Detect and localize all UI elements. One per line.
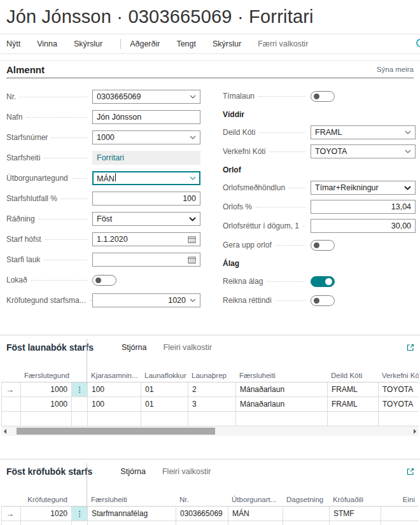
launabok-menu-stjorna[interactable]: Stjórna [122, 343, 147, 352]
launabok-title[interactable]: Föst launabók starfs [6, 342, 94, 353]
page-context-icon[interactable] [416, 39, 420, 47]
radning-select[interactable]: Föst [92, 212, 200, 226]
cell-faersluheiti[interactable]: Starfmannafélag [88, 507, 176, 521]
menu-more-options[interactable]: Færri valkostir [258, 39, 308, 48]
cell-verkefni-koti[interactable]: TOYOTA [379, 382, 419, 396]
starfshlutfall-input[interactable]: 100 [92, 192, 200, 206]
krofubok-expand-icon[interactable] [406, 467, 415, 476]
show-more-link[interactable]: Sýna meira [377, 66, 414, 73]
calendar-icon[interactable] [188, 235, 196, 244]
table-row-empty[interactable] [1, 521, 419, 525]
col-faersluheiti[interactable]: Færsluheiti [87, 496, 176, 503]
cell-dagsetning[interactable] [283, 507, 330, 521]
table-row[interactable]: 1000 100 01 3 Mánaðarlaun FRAML TOYOTA [1, 397, 419, 412]
chevron-down-icon[interactable] [404, 186, 411, 190]
col-krofuadili[interactable]: Kröfuaðili [329, 496, 381, 503]
chevron-down-icon[interactable] [405, 130, 411, 134]
col-faersluheiti[interactable]: Færsluheiti [235, 372, 327, 379]
deild-koti-input[interactable]: FRAML [311, 125, 416, 139]
fasttab-almennt-header[interactable]: Almennt Sýna meira [6, 61, 414, 78]
cell-deild-koti[interactable]: FRAML [328, 397, 379, 411]
launabok-menu-more[interactable]: Fleiri valkostir [164, 343, 212, 352]
krofubok-menu-stjorna[interactable]: Stjórna [120, 467, 146, 476]
table-row-empty[interactable] [1, 412, 419, 426]
cell-faerslutegund[interactable]: 1000 [21, 397, 72, 411]
cell-verkefni-koti[interactable]: TOYOTA [379, 397, 419, 411]
reikna-alag-toggle[interactable] [311, 276, 335, 287]
col-utborgunart[interactable]: Útborgunart... [228, 496, 283, 503]
scroll-left-arrow-icon[interactable] [4, 429, 6, 434]
launabok-expand-icon[interactable] [406, 343, 415, 352]
cell-kjarasamnin[interactable]: 100 [88, 382, 141, 396]
menu-vinna[interactable]: Vinna [37, 39, 57, 48]
krofubok-menu-more[interactable]: Fleiri valkostir [162, 467, 211, 476]
menu-nytt[interactable]: Nýtt [6, 39, 20, 48]
cell-nr[interactable]: 0303665069 [176, 507, 228, 521]
col-dagsetning[interactable]: Dagsetning [283, 496, 329, 503]
col-kjarasamnin[interactable]: Kjarasamnin... [87, 372, 141, 379]
chevron-down-icon[interactable] [189, 217, 196, 221]
orlofsrettur-input[interactable]: 30,00 [311, 219, 416, 233]
cell-krofuadili[interactable]: STMF [330, 507, 381, 521]
col-verkefni-koti[interactable]: Verkefni Kót [378, 372, 419, 379]
cell-launathrep[interactable]: 2 [188, 382, 236, 396]
cell-krofutegund[interactable]: 1020 [21, 507, 72, 521]
starfsnumer-input[interactable]: 1000 [92, 130, 200, 144]
cell-utborgunart[interactable]: MÁN [228, 507, 283, 521]
cell-launaflokkur[interactable]: 01 [141, 397, 188, 411]
krofutegund-starfsm-input[interactable]: 1020 [92, 293, 200, 307]
table-row[interactable]: → 1020 ⋮ Starfmannafélag 0303665069 MÁN … [1, 507, 419, 521]
nr-input[interactable]: 0303665069 [92, 90, 200, 104]
orlofs-pct-input[interactable]: 13,04 [311, 200, 416, 214]
col-launaflokkur[interactable]: Launaflokkur [141, 372, 188, 379]
reikna-rettindi-toggle[interactable] [311, 295, 335, 306]
chevron-down-icon[interactable] [405, 150, 411, 153]
orlofsmedhondlun-select[interactable]: Tímar+Reikningur [311, 181, 416, 195]
utborgunartegund-input[interactable]: MÁN [92, 171, 200, 185]
cell-deild-koti[interactable]: FRAML [328, 382, 379, 396]
col-launathrep[interactable]: Launaþrep [188, 372, 235, 379]
table-row[interactable]: → 1000 ⋮ 100 01 2 Mánaðarlaun FRAML TOYO… [1, 382, 419, 397]
row-menu-cell[interactable]: ⋮ [72, 507, 88, 521]
chevron-down-icon[interactable] [190, 136, 196, 139]
cell-faersluheiti[interactable]: Mánaðarlaun [236, 382, 328, 396]
scroll-right-arrow-icon[interactable] [414, 429, 416, 434]
fields-right-column: Tímalaun Víddir Deild Kóti FRAML Verkefn… [200, 87, 419, 311]
menu-adgerdir[interactable]: Aðgerðir [130, 39, 160, 48]
menu-skyrslur-1[interactable]: Skýrslur [74, 39, 102, 48]
col-faerslutegund[interactable]: Færslutegund [20, 372, 71, 379]
chevron-down-icon[interactable] [190, 95, 196, 99]
cell-faerslutegund[interactable]: 1000 [21, 382, 72, 396]
cell-kjarasamnin[interactable]: 100 [88, 397, 141, 411]
verkefni-koti-input[interactable]: TOYOTA [311, 144, 416, 158]
lokad-toggle[interactable] [92, 275, 116, 286]
starfi-lauk-input[interactable] [92, 253, 200, 267]
nafn-input[interactable]: Jón Jónsson [92, 110, 200, 124]
cell-eining[interactable] [381, 507, 419, 521]
calendar-icon[interactable] [188, 256, 196, 264]
row-selector-cell[interactable] [2, 397, 21, 411]
starf-hofst-input[interactable]: 1.1.2020 [92, 232, 200, 246]
menu-tengt[interactable]: Tengt [176, 39, 196, 48]
row-options-icon[interactable]: ⋮ [72, 507, 87, 521]
row-selector-cell[interactable]: → [2, 507, 21, 521]
chevron-down-icon[interactable] [190, 176, 196, 180]
row-menu-cell[interactable] [72, 397, 88, 411]
col-krofutegund[interactable]: Kröfutegund [20, 496, 71, 503]
gera-upp-orlof-toggle[interactable] [311, 240, 335, 251]
chevron-down-icon[interactable] [190, 298, 196, 302]
col-deild-koti[interactable]: Deild Kóti [327, 372, 378, 379]
cell-faersluheiti[interactable]: Mánaðarlaun [236, 397, 328, 411]
menu-skyrslur-2[interactable]: Skýrslur [213, 39, 241, 48]
cell-launaflokkur[interactable]: 01 [141, 382, 188, 396]
col-nr[interactable]: Nr. [176, 496, 228, 503]
horizontal-scrollbar[interactable] [1, 426, 419, 436]
krofubok-title[interactable]: Föst kröfubók starfs [6, 466, 92, 477]
scrollbar-thumb[interactable] [17, 428, 215, 435]
row-menu-cell[interactable]: ⋮ [72, 382, 88, 396]
timalaun-toggle[interactable] [311, 91, 335, 102]
col-eining[interactable]: Eini [381, 496, 419, 503]
row-options-icon[interactable]: ⋮ [72, 382, 87, 396]
cell-launathrep[interactable]: 3 [188, 397, 236, 411]
row-selector-cell[interactable]: → [2, 382, 21, 396]
